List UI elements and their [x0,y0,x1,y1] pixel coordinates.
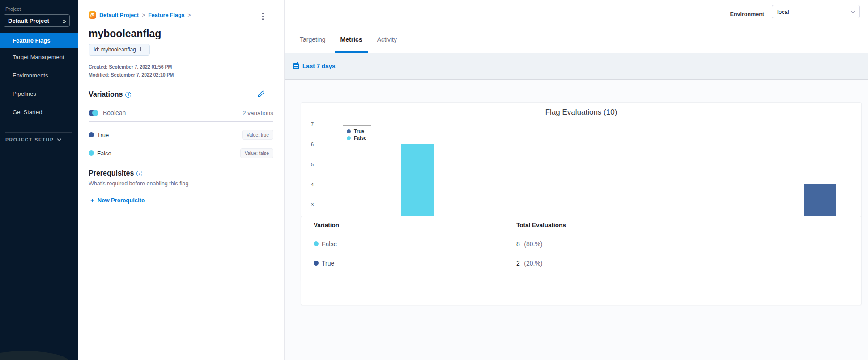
flag-options-menu-button[interactable] [261,12,265,21]
sidebar-item-target-management[interactable]: Target Management [0,48,78,66]
true-variation-dot [314,261,319,266]
variation-value-chip: Value: false [240,148,273,158]
breadcrumb-project-link[interactable]: Default Project [99,12,139,18]
chevron-down-icon [851,9,855,13]
calendar-icon [293,63,299,69]
environment-select[interactable]: local [772,5,860,18]
sidebar-item-get-started[interactable]: Get Started [0,103,78,121]
environment-header: Environment local [285,0,868,26]
feature-flag-brand-icon [89,11,96,19]
sidebar-item-environments[interactable]: Environments [0,66,78,85]
true-variation-dot [89,132,94,137]
variation-row-true: True Value: true [89,130,273,140]
tab-targeting[interactable]: Targeting [294,26,332,53]
table-total-value: 2 [516,260,520,267]
environment-value: local [777,9,851,15]
sidebar: Project Default Project » Feature Flags … [0,0,78,360]
flag-detail-panel: Default Project > Feature Flags > mybool… [78,0,285,360]
info-icon[interactable]: i [125,92,131,98]
y-axis-tick-label: 3 [303,202,314,207]
breadcrumb-separator: > [188,12,191,18]
variation-row-false: False Value: false [89,148,273,158]
y-axis-tick-label: 6 [303,141,314,147]
sidebar-item-feature-flags[interactable]: Feature Flags [0,33,78,48]
prerequisites-heading-text: Prerequisites [89,169,134,177]
table-variation-name: True [322,260,334,267]
prerequisites-description: What's required before enabling this fla… [89,180,188,187]
new-prerequisite-label: New Prerequisite [98,197,145,204]
project-selector[interactable]: Default Project » [4,14,70,27]
false-variation-dot [89,150,94,156]
flag-id-chip: Id: mybooleanflag [89,44,150,56]
variation-count: 2 variations [243,110,273,116]
project-label: Project [5,6,21,12]
sidebar-item-pipelines[interactable]: Pipelines [0,85,78,103]
tab-bar: Targeting Metrics Activity [285,26,868,53]
chevron-down-icon [57,137,62,141]
variation-kind-label: Boolean [103,109,243,116]
flag-modified-date: Modified: September 7, 2022 02:10 PM [89,72,174,77]
info-icon[interactable]: i [136,171,142,176]
prerequisites-heading: Prerequisites i [89,169,142,177]
sidebar-divider [5,132,72,133]
boolean-type-icon [89,110,98,116]
breadcrumb-feature-flags-link[interactable]: Feature Flags [148,12,184,18]
environment-label: Environment [730,11,764,17]
y-axis-tick-label: 5 [303,162,314,167]
divider [89,121,273,122]
project-selector-value: Default Project [8,17,63,24]
column-header-variation: Variation [301,222,516,228]
y-axis-tick-label: 7 [303,121,314,127]
table-row: False 8 (80.%) [301,234,861,253]
new-prerequisite-button[interactable]: + New Prerequisite [90,197,145,204]
column-header-total-evaluations: Total Evaluations [516,222,566,228]
app-window: Project Default Project » Feature Flags … [0,0,868,360]
flag-created-date: Created: September 7, 2022 01:56 PM [89,64,172,69]
table-header-row: Variation Total Evaluations [301,216,861,234]
chart-title: Flag Evaluations (10) [301,108,861,117]
metrics-toolbar: Last 7 days [285,53,868,80]
variations-heading: Variations i [89,90,131,99]
tab-metrics[interactable]: Metrics [335,26,368,53]
variation-value-chip: Value: true [242,130,273,140]
flag-id-text: Id: mybooleanflag [94,47,136,53]
breadcrumb: Default Project > Feature Flags > [89,11,191,19]
flag-title: mybooleanflag [89,28,161,40]
date-range-picker[interactable]: Last 7 days [293,63,336,69]
edit-variations-button[interactable] [256,90,265,99]
copy-icon[interactable] [140,47,145,52]
project-setup-toggle[interactable]: PROJECT SETUP [5,137,72,142]
sidebar-decoration [0,351,69,360]
table-total-value: 8 [516,240,520,248]
double-chevron-icon: » [63,17,65,25]
y-axis-tick-label: 4 [303,182,314,187]
tab-activity[interactable]: Activity [371,26,403,53]
plus-icon: + [90,197,94,204]
table-percent-value: (80.%) [524,240,542,248]
table-percent-value: (20.%) [524,260,542,267]
metrics-panel: Environment local Targeting Metrics Acti… [285,0,868,360]
variations-heading-text: Variations [89,90,123,99]
false-variation-dot [314,241,319,246]
variation-kind-row: Boolean 2 variations [89,109,273,116]
project-setup-label: PROJECT SETUP [5,137,58,142]
variation-name: False [97,150,240,157]
sidebar-nav: Feature Flags Target Management Environm… [0,33,78,121]
evaluations-table-card: Variation Total Evaluations False 8 (80.… [301,216,862,305]
table-variation-name: False [322,240,337,248]
variation-name: True [97,132,242,138]
breadcrumb-separator: > [142,12,145,18]
date-range-label: Last 7 days [302,63,336,69]
table-row: True 2 (20.%) [301,253,861,273]
